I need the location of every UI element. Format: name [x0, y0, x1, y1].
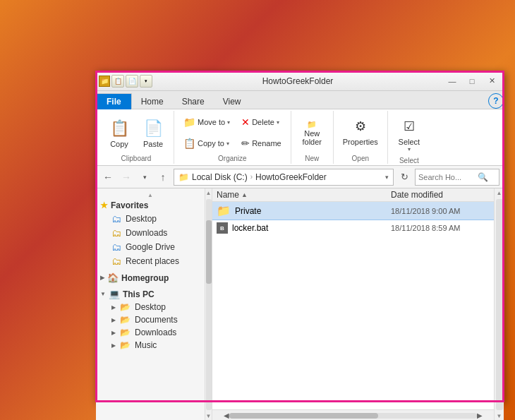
new-label: New: [305, 155, 319, 162]
file-scrollbar[interactable]: ▲ ▼: [494, 188, 504, 420]
sidebar-scroll-up-btn[interactable]: ▲: [205, 188, 213, 198]
copy-to-dropdown-icon: ▾: [226, 140, 229, 147]
sidebar-scroll-up[interactable]: ▲: [96, 191, 205, 199]
this-pc-arrow-icon: ▼: [100, 291, 106, 297]
sidebar-item-pc-desktop[interactable]: ▶ 📂 Desktop: [96, 301, 205, 313]
select-label: Select: [399, 157, 419, 164]
help-button[interactable]: ?: [488, 93, 504, 109]
sidebar-scroll-down-btn[interactable]: ▼: [205, 412, 213, 420]
sidebar-item-desktop[interactable]: 🗂 Desktop: [96, 212, 205, 226]
path-root[interactable]: Local Disk (C:): [192, 172, 248, 182]
main-area: ▲ ★ Favorites 🗂 Desktop 🗂 Downloads 🗂: [96, 188, 504, 420]
sidebar-scrollbar[interactable]: ▲ ▼: [205, 188, 212, 420]
delete-button[interactable]: ✕ Delete ▾: [236, 114, 286, 130]
horizontal-scrollbar[interactable]: ◀ ▶: [212, 409, 494, 420]
search-box[interactable]: 🔍: [415, 169, 499, 186]
downloads-folder-icon: 🗂: [111, 227, 121, 239]
copy-to-button[interactable]: 📋 Copy to ▾: [178, 136, 235, 151]
tab-home[interactable]: Home: [132, 93, 173, 109]
file-row-lockerbat[interactable]: B locker.bat 18/11/2018 8:59 AM: [212, 220, 494, 236]
googledrive-label: Google Drive: [126, 242, 175, 252]
rename-button[interactable]: ✏ Rename: [236, 136, 286, 151]
select-icon: ☑: [398, 115, 420, 138]
sidebar-scroll-track: [206, 199, 212, 410]
folder-icon-addr: 📁: [178, 172, 189, 182]
sidebar-item-googledrive[interactable]: 🗂 Google Drive: [96, 240, 205, 254]
file-row-private[interactable]: 📁 Private 18/11/2018 9:00 AM: [212, 202, 494, 220]
sidebar-homegroup-header[interactable]: ▶ 🏠 Homegroup: [96, 271, 205, 284]
sidebar-favorites-header[interactable]: ★ Favorites: [96, 199, 205, 212]
back-button[interactable]: ←: [100, 169, 116, 185]
tab-share[interactable]: Share: [173, 93, 214, 109]
address-bar: ← → ▾ ↑ 📁 Local Disk (C:) › HowtoGreekFo…: [96, 166, 504, 188]
sidebar-item-music[interactable]: ▶ 📂 Music: [96, 339, 205, 352]
properties-button[interactable]: ⚙ Properties: [338, 112, 383, 149]
googledrive-icon: 🗂: [111, 241, 121, 253]
pc-desktop-folder-icon: 📂: [120, 302, 131, 312]
path-folder[interactable]: HowtoGreekFolder: [255, 172, 327, 182]
quick-access-paste[interactable]: 📄: [126, 75, 138, 88]
documents-label: Documents: [135, 315, 178, 325]
up-button[interactable]: ↑: [155, 169, 171, 185]
new-folder-button[interactable]: 📁 Newfolder: [297, 117, 327, 149]
paste-button[interactable]: 📄 Paste: [137, 114, 169, 151]
private-name: Private: [235, 206, 387, 216]
move-icon: 📁: [183, 116, 195, 128]
copy-button[interactable]: 📋 Copy: [103, 114, 135, 151]
refresh-button[interactable]: ↻: [396, 169, 412, 185]
organize-col2: ✕ Delete ▾ ✏ Rename: [236, 112, 286, 153]
h-scroll-left-btn[interactable]: ◀: [224, 412, 229, 419]
minimize-button[interactable]: —: [443, 74, 461, 88]
tab-view[interactable]: View: [214, 93, 250, 109]
file-scroll-up-btn[interactable]: ▲: [495, 188, 504, 198]
path-sep: ›: [250, 173, 253, 181]
col-name-header[interactable]: Name ▲: [217, 190, 391, 200]
file-list-header: Name ▲ Date modified: [212, 188, 494, 202]
pc-desktop-arrow-icon: ▶: [111, 304, 116, 311]
select-group-content: ☑ Select ▾: [393, 112, 425, 155]
new-group-content: 📁 Newfolder: [297, 112, 327, 153]
organize-group: 📁 Move to ▾ 📋 Copy to ▾ ✕ Delete ▾: [174, 111, 291, 164]
select-button[interactable]: ☑ Select ▾: [393, 112, 425, 155]
lockerbat-name: locker.bat: [232, 223, 387, 233]
copy-icon: 📋: [108, 117, 131, 140]
sidebar: ▲ ★ Favorites 🗂 Desktop 🗂 Downloads 🗂: [96, 188, 205, 420]
tab-file[interactable]: File: [96, 93, 132, 109]
music-folder-icon: 📂: [120, 340, 131, 350]
file-scroll-down-btn[interactable]: ▼: [495, 412, 504, 420]
h-scroll-thumb: [229, 413, 378, 419]
new-group: 📁 Newfolder New: [291, 111, 334, 164]
window-controls: — □ ✕: [443, 74, 501, 88]
paste-icon: 📄: [142, 117, 164, 140]
window-icon: 📁: [99, 76, 110, 87]
sidebar-item-downloads[interactable]: 🗂 Downloads: [96, 226, 205, 240]
h-scroll-right-btn[interactable]: ▶: [477, 412, 483, 419]
file-scroll-track: [496, 199, 503, 410]
col-date-header[interactable]: Date modified: [391, 190, 490, 200]
music-arrow-icon: ▶: [111, 342, 116, 349]
quick-access-copy[interactable]: 📋: [111, 75, 124, 88]
address-path[interactable]: 📁 Local Disk (C:) › HowtoGreekFolder ▾: [174, 169, 394, 186]
path-dropdown-arrow[interactable]: ▾: [385, 174, 389, 181]
sidebar-item-documents[interactable]: ▶ 📂 Documents: [96, 313, 205, 326]
h-scroll-track[interactable]: [229, 413, 477, 419]
private-date: 18/11/2018 9:00 AM: [391, 207, 490, 215]
organize-col: 📁 Move to ▾ 📋 Copy to ▾: [178, 112, 235, 153]
recentplaces-icon: 🗂: [111, 256, 121, 267]
forward-button[interactable]: →: [119, 169, 134, 185]
desktop-label: Desktop: [126, 214, 157, 224]
sidebar-this-pc-header[interactable]: ▼ 💻 This PC: [96, 287, 205, 301]
sidebar-item-recentplaces[interactable]: 🗂 Recent places: [96, 254, 205, 268]
sidebar-item-pc-downloads[interactable]: ▶ 📂 Downloads: [96, 326, 205, 339]
documents-arrow-icon: ▶: [111, 317, 116, 323]
dropdown-history-button[interactable]: ▾: [137, 169, 152, 185]
pc-downloads-arrow-icon: ▶: [111, 330, 116, 336]
search-icon[interactable]: 🔍: [478, 172, 488, 182]
close-button[interactable]: ✕: [483, 74, 501, 88]
organize-label: Organize: [218, 155, 247, 162]
maximize-button[interactable]: □: [463, 74, 481, 88]
search-input[interactable]: [418, 173, 475, 181]
quick-access-dropdown[interactable]: ▾: [140, 75, 152, 88]
open-group-content: ⚙ Properties: [338, 112, 383, 153]
move-to-button[interactable]: 📁 Move to ▾: [178, 114, 235, 130]
